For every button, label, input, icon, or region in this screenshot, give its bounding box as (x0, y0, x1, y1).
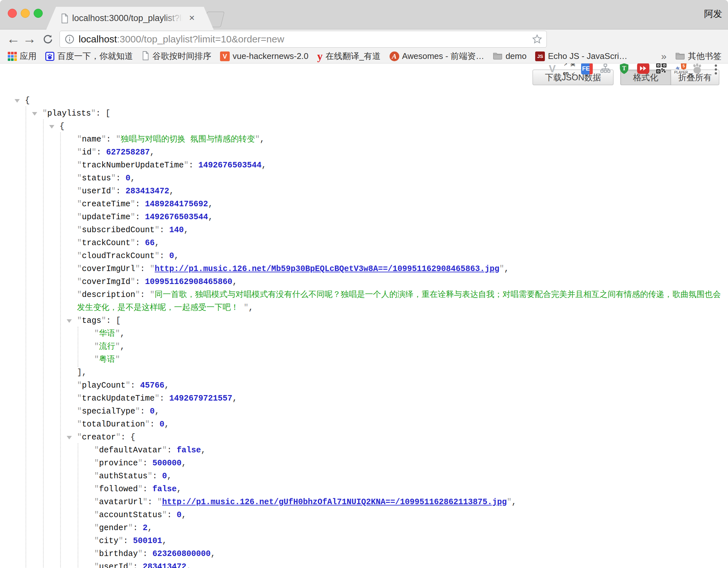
url-text[interactable]: localhost:3000/top_playlist?limit=10&ord… (79, 31, 284, 47)
browser-tab[interactable]: localhost:3000/top_playlist?lim × (46, 7, 214, 29)
json-token: false (177, 446, 201, 455)
json-line: "cloudTrackCount": 0, (0, 250, 728, 262)
json-token: : (143, 485, 152, 494)
json-token: false (152, 485, 177, 494)
collapse-toggle-icon[interactable] (15, 99, 20, 103)
awesomes-icon: A (390, 51, 399, 61)
json-token: " (94, 485, 99, 494)
bookmark-google-sorted[interactable]: 谷歌按时间排序 (142, 50, 211, 62)
bookmark-echojs[interactable]: JS Echo JS - JavaScri… (535, 51, 627, 61)
json-token: : (135, 199, 145, 209)
html5-player-icon[interactable]: 5 PLAYER (673, 62, 689, 73)
collapse-toggle-icon[interactable] (67, 436, 72, 440)
browser-menu-icon[interactable] (714, 63, 718, 74)
bookmark-vue-hackernews[interactable]: V vue-hackernews-2.0 (220, 51, 308, 61)
json-token: defaultAvatar (99, 446, 162, 455)
json-token: cloudTrackCount (82, 251, 155, 261)
json-line: "userId": 283413472, (0, 185, 728, 198)
close-window-button[interactable] (8, 9, 17, 18)
bookmark-youdao[interactable]: y 在线翻译_有道 (317, 50, 381, 62)
json-token: 45766 (140, 381, 164, 390)
json-token: : (140, 407, 150, 416)
json-line: "specialType": 0, (0, 405, 728, 418)
json-line: "avatarUrl": "http://p1.music.126.net/gU… (0, 496, 728, 509)
tampermonkey-shield-icon[interactable]: T (619, 63, 630, 74)
json-token: , (184, 225, 189, 235)
minimize-window-button[interactable] (21, 9, 30, 18)
other-bookmarks-folder[interactable]: 其他书签 (675, 50, 722, 62)
json-token: " (150, 264, 155, 273)
bookmarks-overflow-chevron[interactable]: » (661, 51, 667, 62)
json-token: , (182, 510, 186, 520)
collapse-toggle-icon[interactable] (49, 125, 54, 128)
json-token: totalDuration (82, 420, 145, 429)
bookmark-baidu[interactable]: 百度一下，你就知道 (45, 50, 133, 62)
svg-text:5: 5 (683, 64, 685, 68)
qrcode-icon[interactable] (656, 63, 667, 74)
json-token: playlists (47, 109, 91, 118)
json-token: " (94, 472, 99, 481)
json-token: " (138, 459, 143, 468)
json-token: authStatus (99, 472, 148, 481)
tab-close-icon[interactable]: × (185, 7, 199, 29)
profile-name[interactable]: 阿发 (704, 8, 722, 20)
json-token: : [ (96, 109, 110, 118)
json-line: "playCount": 45766, (0, 379, 728, 392)
json-token: " (138, 485, 143, 494)
fast-forward-icon[interactable] (637, 63, 649, 74)
collapse-toggle-icon[interactable] (32, 112, 37, 116)
reload-button[interactable] (42, 34, 54, 47)
bookmark-star-icon[interactable] (532, 34, 543, 46)
bookmark-label: 在线翻译_有道 (325, 50, 381, 62)
collapse-toggle-icon[interactable] (67, 319, 72, 323)
fe-extension-icon[interactable]: FE (581, 63, 593, 74)
json-token: " (126, 381, 130, 390)
json-link[interactable]: http://p1.music.126.net/Mb59p30BpEQLcBQe… (155, 264, 499, 273)
echojs-icon: JS (535, 51, 545, 61)
json-line: { (0, 94, 728, 107)
forward-button[interactable]: → (23, 29, 36, 49)
bookmark-label: vue-hackernews-2.0 (233, 51, 308, 61)
json-line: "playlists": [ (0, 107, 728, 120)
back-button[interactable]: ← (6, 29, 20, 49)
json-token: " (77, 199, 82, 209)
translate-en-label: en (563, 70, 569, 76)
vue-devtools-icon[interactable]: V (547, 63, 558, 74)
json-token: " (42, 109, 47, 118)
json-token: { (60, 122, 64, 131)
address-bar[interactable]: localhost:3000/top_playlist?limit=10&ord… (60, 31, 547, 48)
bookmark-apps[interactable]: 应用 (8, 50, 37, 62)
bookmark-demo-folder[interactable]: demo (493, 51, 526, 61)
json-link[interactable]: http://p1.music.126.net/gUfH0bhzOfAl71NU… (162, 497, 507, 507)
json-token: " (94, 342, 99, 351)
json-token: " (101, 135, 106, 144)
json-token: : (167, 446, 177, 455)
json-token: ], (77, 368, 87, 377)
paw-icon[interactable] (691, 63, 702, 74)
bookmark-awesomes[interactable]: A Awesomes - 前端资… (390, 50, 484, 62)
json-line: "city": 500101, (0, 535, 728, 548)
json-token: , (174, 251, 179, 261)
sitemap-icon[interactable] (600, 63, 611, 74)
fullscreen-window-button[interactable] (34, 9, 43, 18)
json-token: " (115, 342, 120, 351)
json-token: " (94, 523, 99, 533)
json-line: "status": 0, (0, 172, 728, 185)
json-token: 140 (169, 225, 184, 235)
translate-icon[interactable]: 英 en ↗ ↙ (564, 63, 575, 74)
json-token: 华语 (99, 329, 115, 339)
json-token: , (164, 381, 169, 390)
json-token: description (82, 290, 135, 300)
info-icon[interactable] (64, 34, 75, 46)
bookmark-label: Awesomes - 前端资… (402, 50, 484, 62)
json-token: { (25, 96, 30, 105)
vue-icon: V (220, 51, 230, 61)
json-token: 1489284175692 (145, 199, 208, 209)
page-icon (142, 51, 149, 61)
json-token: " (77, 238, 82, 248)
json-token: " (130, 277, 135, 287)
json-token: 0 (162, 472, 167, 481)
json-token: 66 (145, 238, 155, 248)
json-token: : { (121, 433, 135, 442)
json-token: : (123, 536, 133, 546)
